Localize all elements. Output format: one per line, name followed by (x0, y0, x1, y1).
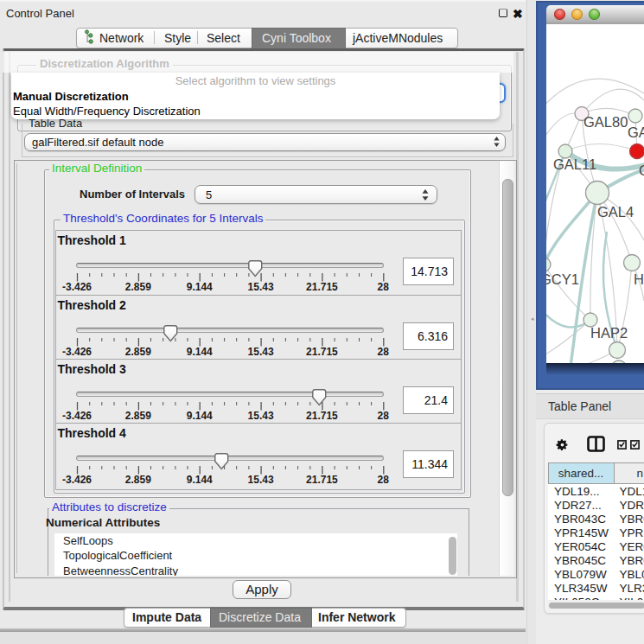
svg-text:GA: GA (628, 124, 644, 140)
svg-text:HAP2: HAP2 (590, 325, 628, 341)
svg-text:GAL4: GAL4 (597, 204, 634, 220)
svg-text:GAL11: GAL11 (553, 156, 596, 172)
svg-text:GAL80: GAL80 (583, 114, 628, 130)
svg-text:C: C (639, 163, 644, 178)
svg-text:H: H (634, 271, 644, 287)
svg-text:GCY1: GCY1 (546, 271, 579, 287)
